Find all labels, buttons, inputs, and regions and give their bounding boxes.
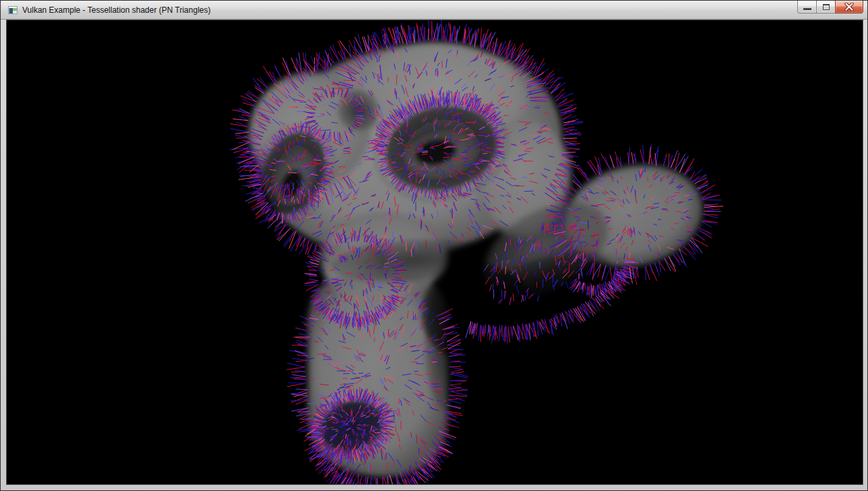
app-icon bbox=[7, 5, 18, 16]
window-titlebar[interactable]: Vulkan Example - Tessellation shader (PN… bbox=[1, 1, 867, 20]
viewport-3d[interactable] bbox=[7, 20, 863, 484]
app-window: Vulkan Example - Tessellation shader (PN… bbox=[0, 0, 868, 491]
maximize-icon bbox=[823, 4, 830, 10]
close-button[interactable] bbox=[835, 1, 863, 13]
render-client-area bbox=[6, 20, 863, 485]
window-controls bbox=[798, 1, 863, 13]
minimize-button[interactable] bbox=[797, 1, 817, 13]
minimize-icon bbox=[803, 8, 811, 10]
window-title: Vulkan Example - Tessellation shader (PN… bbox=[22, 1, 210, 20]
close-icon bbox=[844, 3, 854, 11]
maximize-button[interactable] bbox=[816, 1, 836, 13]
